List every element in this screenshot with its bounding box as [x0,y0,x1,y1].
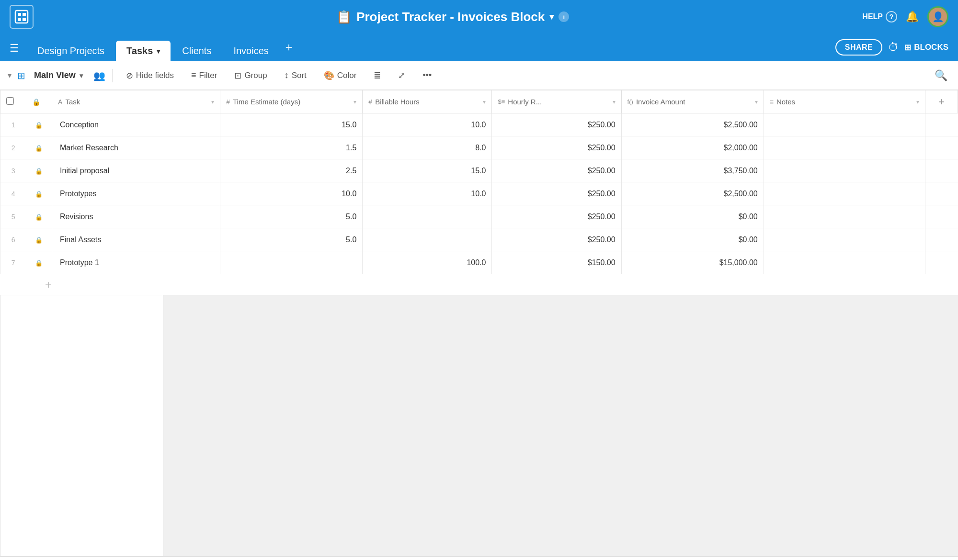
invoice-amount-cell[interactable]: $0.00 [621,205,764,228]
invoice-amount-header[interactable]: f() Invoice Amount ▾ [621,90,764,113]
notes-cell[interactable] [764,228,925,251]
table-row[interactable]: 4 🔒 Prototypes 10.0 10.0 $250.00 $2,500.… [0,182,958,205]
hourly-rate-cell[interactable]: $150.00 [492,251,621,274]
table-row[interactable]: 1 🔒 Conception 15.0 10.0 $250.00 $2,500.… [0,113,958,136]
time-col-dropdown[interactable]: ▾ [354,99,356,105]
time-estimate-cell[interactable]: 15.0 [220,113,363,136]
row-checkbox-cell[interactable]: 7 [0,251,26,274]
search-button[interactable]: 🔍 [932,67,950,85]
blocks-button[interactable]: ⊞ BLOCKS [904,43,948,53]
sort-button[interactable]: ↕ Sort [278,67,313,84]
task-cell[interactable]: Prototypes [52,182,220,205]
color-button[interactable]: 🎨 Color [317,67,364,84]
row-checkbox-cell[interactable]: 4 [0,182,26,205]
filter-button[interactable]: ≡ Filter [184,67,224,84]
table-row[interactable]: 2 🔒 Market Research 1.5 8.0 $250.00 $2,0… [0,136,958,159]
notifications-button[interactable]: 🔔 [906,11,919,23]
billable-col-dropdown[interactable]: ▾ [483,99,486,105]
app-logo[interactable] [10,5,34,29]
task-column-header[interactable]: A Task ▾ [52,90,220,113]
hourly-col-dropdown[interactable]: ▾ [613,99,616,105]
notes-cell[interactable] [764,159,925,182]
time-estimate-cell[interactable]: 2.5 [220,159,363,182]
invoice-amount-cell[interactable]: $2,500.00 [621,182,764,205]
invoice-col-dropdown[interactable]: ▾ [755,99,758,105]
invoice-amount-cell[interactable]: $2,500.00 [621,113,764,136]
add-row-area[interactable]: + [0,274,958,295]
select-all-checkbox[interactable] [6,97,14,105]
hide-fields-button[interactable]: ⊘ Hide fields [119,67,181,84]
row-checkbox-cell[interactable]: 5 [0,205,26,228]
billable-hours-cell[interactable]: 10.0 [363,182,492,205]
billable-hours-cell[interactable]: 10.0 [363,113,492,136]
hourly-rate-cell[interactable]: $250.00 [492,228,621,251]
table-row[interactable]: 6 🔒 Final Assets 5.0 $250.00 $0.00 [0,228,958,251]
help-button[interactable]: HELP ? [862,11,897,22]
expand-button[interactable]: ⤢ [391,67,412,84]
share-button[interactable]: SHARE [835,39,883,56]
add-column-header[interactable]: + [925,90,958,113]
more-options-button[interactable]: ••• [416,67,438,84]
view-caret-icon[interactable]: ▾ [8,71,11,80]
invoice-amount-cell[interactable]: $2,000.00 [621,136,764,159]
row-checkbox-cell[interactable]: 2 [0,136,26,159]
checkbox-header[interactable] [0,90,26,113]
table-row[interactable]: 7 🔒 Prototype 1 100.0 $150.00 $15,000.00 [0,251,958,274]
notes-header[interactable]: ≡ Notes ▾ [764,90,925,113]
table-row[interactable]: 3 🔒 Initial proposal 2.5 15.0 $250.00 $3… [0,159,958,182]
notes-cell[interactable] [764,113,925,136]
nav-tab-invoices[interactable]: Invoices [223,41,279,61]
invoice-amount-cell[interactable]: $15,000.00 [621,251,764,274]
view-selector[interactable]: Main View ▾ [29,67,88,83]
billable-hours-cell[interactable]: 8.0 [363,136,492,159]
notes-cell[interactable] [764,251,925,274]
time-estimate-cell[interactable]: 5.0 [220,205,363,228]
hamburger-menu[interactable]: ☰ [10,42,19,55]
nav-tab-clients[interactable]: Clients [171,41,222,61]
task-cell[interactable]: Revisions [52,205,220,228]
hourly-rate-cell[interactable]: $250.00 [492,205,621,228]
row-checkbox-cell[interactable]: 3 [0,159,26,182]
dropdown-arrow[interactable]: ▾ [549,11,554,22]
hourly-rate-cell[interactable]: $250.00 [492,182,621,205]
history-icon[interactable]: ⏱ [888,41,899,54]
row-height-button[interactable]: ≣ [367,67,388,84]
info-button[interactable]: i [559,11,569,22]
task-cell[interactable]: Initial proposal [52,159,220,182]
nav-tab-design-projects[interactable]: Design Projects [27,41,115,61]
hourly-rate-header[interactable]: $≡ Hourly R... ▾ [492,90,621,113]
billable-hours-cell[interactable]: 100.0 [363,251,492,274]
add-tab-button[interactable]: ＋ [283,39,295,55]
time-estimate-cell[interactable] [220,251,363,274]
notes-col-dropdown[interactable]: ▾ [916,99,919,105]
hourly-rate-cell[interactable]: $250.00 [492,136,621,159]
invoice-amount-cell[interactable]: $3,750.00 [621,159,764,182]
task-cell[interactable]: Prototype 1 [52,251,220,274]
billable-hours-cell[interactable] [363,228,492,251]
invoice-amount-cell[interactable]: $0.00 [621,228,764,251]
task-cell[interactable]: Final Assets [52,228,220,251]
group-button[interactable]: ⊡ Group [228,67,274,84]
time-estimate-header[interactable]: # Time Estimate (days) ▾ [220,90,363,113]
user-avatar[interactable]: 👤 [927,6,948,27]
billable-hours-cell[interactable]: 15.0 [363,159,492,182]
nav-tab-tasks[interactable]: Tasks ▾ [116,41,171,61]
hourly-rate-cell[interactable]: $250.00 [492,159,621,182]
task-cell[interactable]: Conception [52,113,220,136]
billable-hours-cell[interactable] [363,205,492,228]
billable-hours-header[interactable]: # Billable Hours ▾ [363,90,492,113]
notes-cell[interactable] [764,136,925,159]
hourly-rate-cell[interactable]: $250.00 [492,113,621,136]
task-col-dropdown[interactable]: ▾ [211,99,214,105]
add-row-button[interactable]: + [38,278,163,291]
notes-cell[interactable] [764,205,925,228]
row-checkbox-cell[interactable]: 1 [0,113,26,136]
task-cell[interactable]: Market Research [52,136,220,159]
view-users-icon[interactable]: 👥 [93,70,105,81]
table-row[interactable]: 5 🔒 Revisions 5.0 $250.00 $0.00 [0,205,958,228]
row-checkbox-cell[interactable]: 6 [0,228,26,251]
time-estimate-cell[interactable]: 5.0 [220,228,363,251]
time-estimate-cell[interactable]: 1.5 [220,136,363,159]
notes-cell[interactable] [764,182,925,205]
time-estimate-cell[interactable]: 10.0 [220,182,363,205]
